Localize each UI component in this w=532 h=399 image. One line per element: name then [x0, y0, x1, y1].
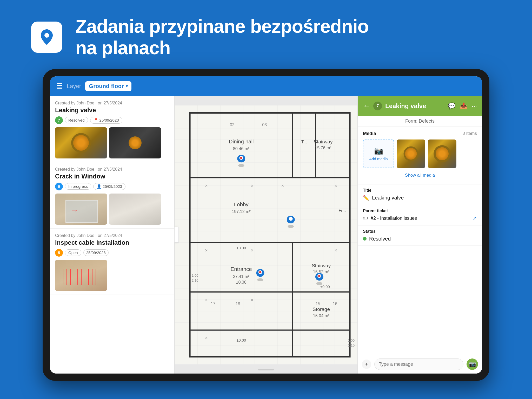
svg-text:2.10: 2.10 [348, 343, 355, 347]
add-attachment-button[interactable]: + [362, 360, 371, 369]
back-icon: ← [363, 102, 370, 110]
svg-text:03: 03 [262, 122, 267, 127]
task-meta: Created by John Doe on 27/5/2024 [55, 233, 169, 238]
message-input-bar: + 📷 [358, 355, 482, 374]
task-image-4 [109, 194, 161, 225]
layer-label: Layer [67, 83, 81, 90]
page-header: Zadania przypinane bezpośrednio na plana… [0, 0, 532, 69]
badge-location: 👤 25/09/2023 [93, 183, 125, 190]
floor-plan-svg: Dining hall 80.46 m² Stairway 15.76 m² T… [175, 96, 357, 374]
media-thumbnail-1[interactable] [397, 139, 425, 168]
camera-icon: 📷 [374, 147, 383, 155]
svg-text:±0.00: ±0.00 [236, 280, 247, 284]
list-item[interactable]: Created by John Doe on 27/5/2024 Crack i… [50, 162, 174, 229]
svg-text:02: 02 [230, 122, 235, 127]
floor-plan-pin-4 [315, 273, 323, 285]
svg-text:×: × [205, 297, 208, 302]
svg-text:2.10: 2.10 [192, 278, 198, 282]
right-panel: ← 7 Leaking valve 💬 📤 ··· Form: Defects [357, 96, 482, 374]
svg-text:×: × [205, 335, 208, 341]
svg-point-40 [238, 164, 244, 167]
task-title: Crack in Window [55, 173, 169, 180]
status-dot-icon [363, 237, 367, 241]
badge-number: 7 [55, 116, 63, 124]
svg-text:×: × [205, 248, 208, 253]
svg-point-47 [259, 271, 262, 273]
badge-date: 25/09/2023 [83, 249, 109, 256]
tablet-screen: ☰ Layer Ground floor ▾ Created by John D… [50, 76, 482, 374]
svg-text:197.12 m²: 197.12 m² [232, 209, 251, 214]
list-item[interactable]: Created by John Doe on 27/5/2024 Inspect… [50, 229, 174, 295]
scroll-indicator [258, 369, 274, 370]
media-thumb-valve-img [397, 139, 425, 168]
parent-ticket-value-row: 🏷 #2 - Installation issues ↗ [363, 215, 477, 222]
tablet-frame: ☰ Layer Ground floor ▾ Created by John D… [43, 69, 489, 381]
status-value-row: Resolved [363, 236, 477, 242]
media-title: Media [363, 131, 376, 136]
svg-text:×: × [205, 183, 208, 188]
svg-text:±0.00: ±0.00 [320, 285, 330, 289]
task-meta: Created by John Doe on 27/5/2024 [55, 101, 169, 105]
media-count: 3 Items [462, 131, 477, 136]
parent-ticket-label: Parent ticket [363, 209, 477, 213]
page-title: Zadania przypinane bezpośrednio na plana… [75, 16, 369, 59]
collapse-panel-button[interactable]: ‹ [175, 227, 179, 243]
media-header: Media 3 Items [363, 131, 477, 136]
media-thumbnail-2[interactable] [428, 139, 456, 168]
document-icon[interactable]: 📤 [460, 102, 468, 110]
svg-text:Stairway: Stairway [314, 139, 333, 144]
list-item[interactable]: Created by John Doe on 27/5/2024 Leaking… [50, 96, 174, 162]
badge-number: 5 [55, 249, 63, 257]
more-icon[interactable]: ··· [472, 102, 477, 110]
status-value: Resolved [369, 236, 391, 242]
valve-thumb-inner [436, 147, 449, 160]
task-images [55, 127, 169, 158]
floor-plan-pin-1 [237, 155, 245, 167]
form-label: Form: Defects [358, 116, 482, 127]
svg-text:27.41 m²: 27.41 m² [233, 274, 250, 278]
svg-text:×: × [335, 183, 337, 188]
right-panel-header: ← 7 Leaking valve 💬 📤 ··· [358, 96, 482, 116]
svg-text:15: 15 [316, 301, 320, 306]
camera-send-button[interactable]: 📷 [467, 358, 478, 370]
svg-text:18: 18 [236, 301, 240, 306]
svg-text:Stairway: Stairway [312, 263, 331, 268]
add-media-button[interactable]: 📷 Add media [363, 139, 394, 168]
task-images [55, 260, 169, 291]
task-image-2 [109, 127, 161, 158]
svg-point-45 [257, 278, 263, 281]
status-label: Status [363, 229, 477, 234]
svg-text:±0.00: ±0.00 [236, 338, 246, 342]
menu-icon[interactable]: ☰ [56, 82, 63, 90]
show-all-media-button[interactable]: Show all media [363, 171, 477, 180]
badge-status: Open [65, 249, 81, 256]
tag-icon: 🏷 [363, 215, 368, 221]
panel-title: Leaking valve [385, 102, 445, 110]
status-section: Status Resolved [358, 225, 482, 246]
badge-status: Resolved [65, 117, 88, 123]
task-badges: 6 In progress 👤 25/09/2023 [55, 183, 169, 190]
task-badges: 5 Open 25/09/2023 [55, 249, 169, 257]
badge-location: 📍 25/09/2023 [90, 117, 122, 124]
back-button[interactable]: ← [363, 102, 370, 110]
comment-icon[interactable]: 💬 [448, 102, 456, 110]
task-number-badge: 7 [373, 102, 382, 110]
svg-text:±0.00: ±0.00 [236, 246, 246, 250]
svg-text:Storage: Storage [312, 307, 330, 312]
title-section: Title ✏️ Leaking valve [358, 184, 482, 205]
svg-text:15.76 m²: 15.76 m² [315, 145, 331, 150]
svg-text:×: × [335, 248, 337, 253]
message-input[interactable] [374, 358, 463, 370]
layer-dropdown[interactable]: Ground floor ▾ [85, 81, 131, 91]
edit-icon: ✏️ [363, 195, 369, 201]
media-section: Media 3 Items 📷 Add media [358, 127, 482, 184]
external-link-icon[interactable]: ↗ [473, 215, 477, 222]
svg-text:×: × [251, 297, 253, 302]
svg-text:16: 16 [333, 301, 337, 306]
top-bar: ☰ Layer Ground floor ▾ [50, 76, 482, 96]
task-image-5 [55, 260, 107, 291]
svg-text:Fr...: Fr... [338, 208, 346, 213]
task-image-3 [55, 194, 107, 225]
parent-ticket-section: Parent ticket 🏷 #2 - Installation issues… [358, 205, 482, 225]
task-images [55, 194, 169, 225]
